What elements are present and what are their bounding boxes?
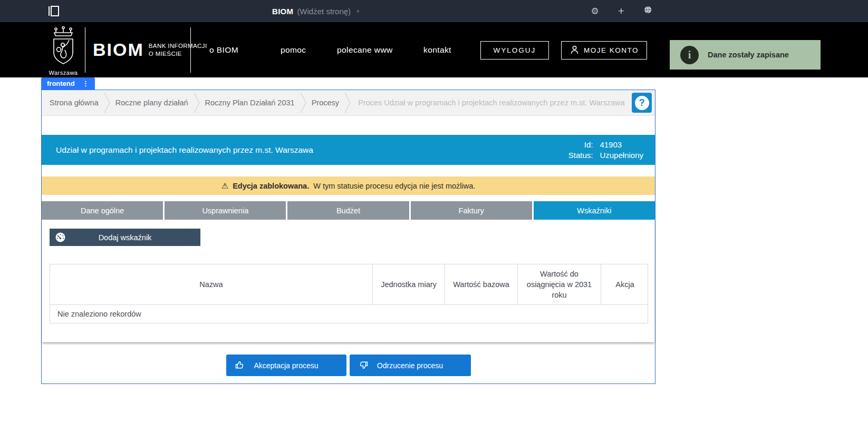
table-empty-row: Nie znaleziono rekordów <box>50 305 648 323</box>
chevron-right-icon <box>300 91 307 114</box>
page-context: (Widżet stronę) <box>297 7 351 16</box>
nav-item-polecane-www[interactable]: polecane www <box>337 22 393 77</box>
chevron-down-icon[interactable]: ▾ <box>356 8 360 15</box>
header-divider <box>85 27 85 73</box>
approve-process-button[interactable]: Akceptacja procesu <box>226 355 346 376</box>
warsaw-crest-logo[interactable]: Warszawa <box>47 26 79 76</box>
page-selector[interactable]: BIOM (Widżet stronę) ▾ <box>272 0 360 22</box>
logo-city-label: Warszawa <box>47 70 79 76</box>
warning-triangle-icon: ⚠ <box>221 181 228 191</box>
biom-logo-subtitle: BANK INFORMACJI O MIEŚCIE <box>149 42 207 58</box>
process-title-bar: Udział w programach i projektach realizo… <box>42 135 655 165</box>
globe-icon[interactable] <box>642 5 653 17</box>
process-status-value: Uzupełniony <box>600 151 643 160</box>
nav-item-o-biom[interactable]: o BIOM <box>209 22 238 77</box>
kebab-menu-icon[interactable]: ⋮ <box>82 80 89 87</box>
add-indicator-label: Dodaj wskaźnik <box>99 233 152 242</box>
biom-logo-text: BIOM <box>93 40 144 60</box>
tab-wskazniki[interactable]: Wskaźniki <box>534 201 655 220</box>
column-header-akcja: Akcja <box>601 264 649 304</box>
warsaw-mermaid-crest-icon <box>48 26 79 66</box>
frontend-widget-badge[interactable]: frontend ⋮ <box>41 77 95 90</box>
save-toast: i Dane zostały zapisane <box>670 40 821 70</box>
thumbs-up-icon <box>235 360 245 372</box>
system-topbar: BIOM (Widżet stronę) ▾ ⚙ + <box>0 0 868 22</box>
column-header-jednostka: Jednostka miary <box>373 264 445 304</box>
breadcrumb: Strona główna Roczne plany działań Roczn… <box>42 90 655 116</box>
logout-button[interactable]: WYLOGUJ <box>480 41 549 60</box>
approve-process-label: Akceptacja procesu <box>254 361 318 370</box>
question-mark-icon: ? <box>635 96 649 110</box>
info-icon: i <box>680 46 699 64</box>
process-id-label: Id: <box>568 140 593 149</box>
nav-item-pomoc[interactable]: pomoc <box>281 22 306 77</box>
user-icon <box>570 45 580 56</box>
my-account-button[interactable]: MOJE KONTO <box>561 41 647 60</box>
header-divider <box>190 27 191 73</box>
reject-process-button[interactable]: Odrzucenie procesu <box>350 355 471 376</box>
column-header-nazwa: Nazwa <box>50 264 373 304</box>
sidebar-toggle-icon[interactable] <box>47 5 60 17</box>
thumbs-down-icon <box>358 360 369 372</box>
tab-faktury[interactable]: Faktury <box>411 201 532 220</box>
chevron-right-icon <box>344 91 351 114</box>
breadcrumb-current: Proces Udział w programach i projektach … <box>358 99 625 107</box>
tab-usprawnienia[interactable]: Usprawnienia <box>165 201 286 220</box>
breadcrumb-annual-plans[interactable]: Roczne plany działań <box>115 99 188 107</box>
topbar-actions: ⚙ + <box>590 0 653 22</box>
process-title: Udział w programach i projektach realizo… <box>56 145 313 155</box>
widget-badge-label: frontend <box>47 80 75 87</box>
tab-dane-ogolne[interactable]: Dane ogólne <box>42 201 163 220</box>
gauge-icon <box>55 232 66 244</box>
reject-process-label: Odrzucenie procesu <box>377 361 443 370</box>
indicators-table: Nazwa Jednostka miary Wartość bazowa War… <box>50 264 648 323</box>
process-widget-container: Strona główna Roczne plany działań Roczn… <box>41 90 655 384</box>
add-indicator-button[interactable]: Dodaj wskaźnik <box>50 229 200 246</box>
process-id-value: 41903 <box>600 140 643 149</box>
nav-item-kontakt[interactable]: kontakt <box>423 22 451 77</box>
toast-message: Dane zostały zapisane <box>708 51 789 59</box>
app-header: Warszawa BIOM BANK INFORMACJI O MIEŚCIE … <box>0 22 868 77</box>
edit-locked-warning: ⚠ Edycja zablokowana. W tym statusie pro… <box>42 176 655 195</box>
warning-text: Edycja zablokowana. W tym statusie proce… <box>233 182 475 190</box>
tab-budzet[interactable]: Budżet <box>287 201 409 220</box>
breadcrumb-processes[interactable]: Procesy <box>312 99 339 107</box>
process-actions: Akceptacja procesu Odrzucenie procesu <box>42 355 655 376</box>
app-name: BIOM <box>272 7 293 16</box>
breadcrumb-plan-2031[interactable]: Roczny Plan Działań 2031 <box>205 99 295 107</box>
table-header-row: Nazwa Jednostka miary Wartość bazowa War… <box>50 264 648 305</box>
chevron-right-icon <box>193 91 200 114</box>
indicators-panel: Dodaj wskaźnik Nazwa Jednostka miary War… <box>42 220 655 342</box>
process-status-label: Status: <box>568 151 593 160</box>
settings-gear-icon[interactable]: ⚙ <box>590 6 600 17</box>
chevron-right-icon <box>103 91 111 114</box>
add-icon[interactable]: + <box>616 5 626 17</box>
column-header-wartosc-2031: Wartość do osiągnięcia w 2031 roku <box>518 264 601 304</box>
help-button[interactable]: ? <box>632 93 652 113</box>
process-tabs: Dane ogólne Usprawnienia Budżet Faktury … <box>42 201 655 220</box>
column-header-wartosc-bazowa: Wartość bazowa <box>445 264 518 304</box>
process-meta: Id: 41903 Status: Uzupełniony <box>568 140 643 160</box>
breadcrumb-home[interactable]: Strona główna <box>50 99 99 107</box>
